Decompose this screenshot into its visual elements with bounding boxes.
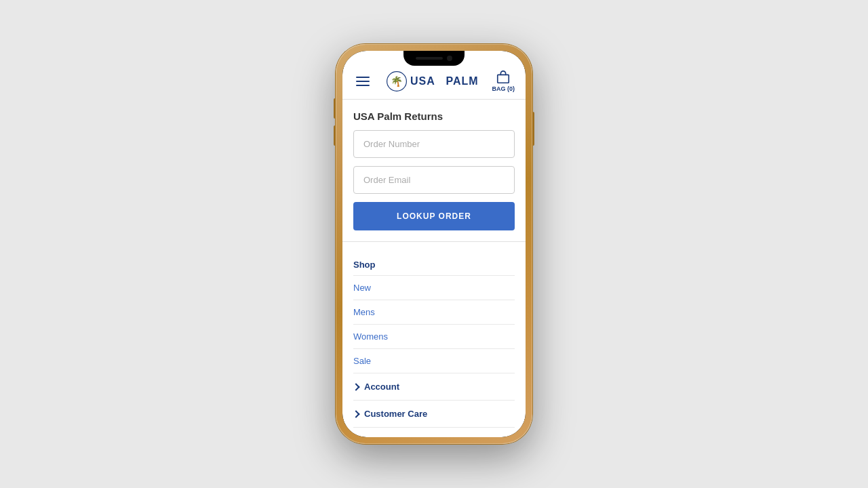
- lookup-order-button[interactable]: LOOKUP ORDER: [353, 202, 515, 230]
- chevron-right-icon: [352, 410, 359, 418]
- nav-item-new[interactable]: New: [353, 276, 515, 300]
- order-number-input[interactable]: [353, 130, 515, 158]
- order-email-input[interactable]: [353, 166, 515, 194]
- bag-icon: [496, 70, 511, 85]
- bag-count: BAG (0): [492, 85, 515, 92]
- logo-palm: PALM: [446, 75, 478, 87]
- nav-item-sale[interactable]: Sale: [353, 349, 515, 373]
- returns-form: LOOKUP ORDER: [342, 130, 526, 241]
- nav-item-about-us[interactable]: About Us: [353, 428, 515, 437]
- main-content: USA Palm Returns LOOKUP ORDER Shop New M…: [342, 100, 526, 437]
- chevron-right-icon: [352, 383, 359, 390]
- power-button: [532, 112, 534, 146]
- volume-up-button: [334, 98, 336, 119]
- palm-logo-icon: 🌴: [386, 70, 408, 92]
- notch: [403, 51, 465, 66]
- phone-screen: 🌴 USA PALM BAG (0): [342, 51, 526, 437]
- hamburger-menu-button[interactable]: [353, 74, 372, 89]
- logo-text: USA PALM: [410, 75, 479, 87]
- volume-down-button: [334, 125, 336, 146]
- nav-item-mens[interactable]: Mens: [353, 300, 515, 325]
- nav-item-womens[interactable]: Womens: [353, 325, 515, 349]
- phone-frame: 🌴 USA PALM BAG (0): [336, 44, 532, 444]
- hamburger-line-2: [356, 81, 370, 82]
- section-divider: [342, 241, 526, 242]
- navigation-menu: Shop New Mens Womens Sale Account Custom…: [342, 253, 526, 437]
- hamburger-line-3: [356, 85, 370, 86]
- phone-inner: 🌴 USA PALM BAG (0): [342, 51, 526, 437]
- nav-item-account[interactable]: Account: [353, 373, 515, 401]
- svg-rect-2: [498, 75, 509, 83]
- shop-category-label: Shop: [353, 253, 515, 276]
- camera-icon: [447, 56, 452, 61]
- account-label: Account: [364, 382, 399, 392]
- page-title: USA Palm Returns: [342, 100, 526, 130]
- speaker-icon: [416, 57, 443, 60]
- logo-usa: USA: [410, 75, 435, 87]
- customer-care-label: Customer Care: [364, 409, 427, 419]
- about-us-label: About Us: [364, 436, 403, 437]
- hamburger-line-1: [356, 77, 370, 78]
- logo-area[interactable]: 🌴 USA PALM: [386, 70, 479, 92]
- bag-button[interactable]: BAG (0): [492, 70, 515, 92]
- svg-text:🌴: 🌴: [391, 75, 403, 87]
- nav-item-customer-care[interactable]: Customer Care: [353, 401, 515, 428]
